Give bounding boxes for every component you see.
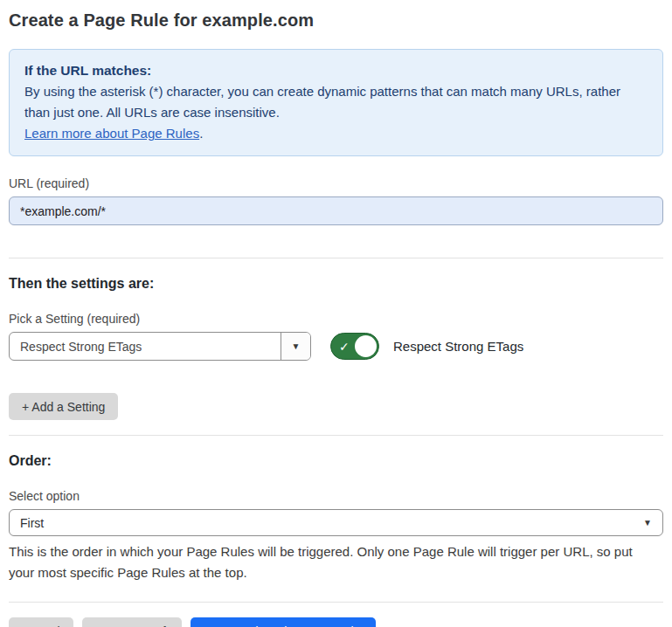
url-matches-info-box: If the URL matches: By using the asteris…: [9, 49, 663, 156]
setting-select-arrow-cell[interactable]: ▼: [281, 333, 310, 360]
learn-more-link[interactable]: Learn more about Page Rules: [24, 126, 199, 141]
respect-strong-etags-toggle[interactable]: ✓: [330, 333, 379, 360]
page-title: Create a Page Rule for example.com: [9, 10, 663, 31]
add-setting-button[interactable]: + Add a Setting: [9, 393, 118, 420]
link-period: .: [199, 126, 203, 141]
order-help-text: This is the order in which your Page Rul…: [9, 541, 660, 583]
setting-row: Respect Strong ETags ▼ ✓ Respect Strong …: [9, 332, 663, 361]
order-select[interactable]: First ▼: [9, 509, 663, 536]
footer-divider: [9, 602, 663, 603]
setting-select[interactable]: Respect Strong ETags ▼: [9, 332, 311, 361]
setting-select-value: Respect Strong ETags: [10, 333, 281, 360]
order-section-heading: Order:: [9, 453, 663, 469]
info-box-heading: If the URL matches:: [24, 60, 648, 81]
info-box-link-line: Learn more about Page Rules.: [24, 123, 648, 144]
section-divider: [9, 435, 663, 436]
toggle-label: Respect Strong ETags: [393, 339, 523, 354]
chevron-down-icon: ▼: [292, 342, 301, 351]
order-select-value: First: [20, 516, 643, 530]
toggle-knob: [355, 335, 377, 357]
url-field-label: URL (required): [9, 176, 663, 190]
chevron-down-icon: ▼: [643, 519, 652, 527]
settings-section-heading: Then the settings are:: [9, 276, 663, 292]
page-rule-form: Create a Page Rule for example.com If th…: [0, 0, 672, 627]
save-as-draft-button[interactable]: Save as Draft: [82, 617, 183, 627]
url-input[interactable]: [9, 196, 663, 225]
select-option-label: Select option: [9, 489, 663, 503]
pick-setting-label: Pick a Setting (required): [9, 312, 663, 326]
info-box-body: By using the asterisk (*) character, you…: [24, 81, 648, 123]
section-divider: [9, 258, 663, 258]
actions-row: Cancel Save as Draft Save and Deploy Pag…: [9, 617, 663, 627]
save-and-deploy-button[interactable]: Save and Deploy Page Rule: [191, 617, 376, 627]
cancel-button[interactable]: Cancel: [9, 617, 73, 627]
check-icon: ✓: [339, 341, 350, 353]
